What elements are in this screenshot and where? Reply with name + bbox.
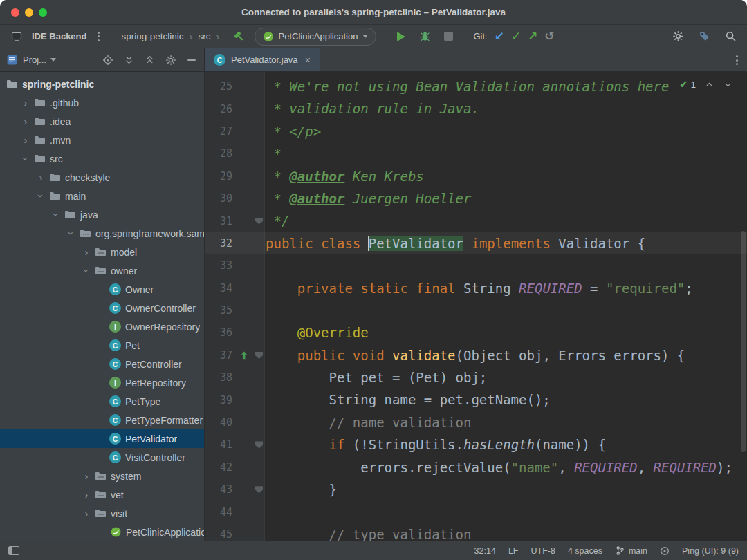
- project-panel-title[interactable]: Proj...: [23, 55, 46, 65]
- editor-line[interactable]: 37 public void validate(Object obj, Erro…: [205, 344, 747, 366]
- editor-line[interactable]: 27 * </p>: [205, 120, 747, 142]
- code-text[interactable]: String name = pet.getName();: [266, 389, 551, 411]
- line-number[interactable]: 33: [205, 259, 236, 272]
- expand-all-icon[interactable]: [123, 52, 135, 68]
- collapse-all-icon[interactable]: [144, 52, 156, 68]
- editor-line[interactable]: 42 errors.rejectValue("name", REQUIRED, …: [205, 456, 747, 478]
- tool-windows-icon[interactable]: [8, 546, 19, 555]
- tree-item-pettype[interactable]: CPetType: [0, 392, 204, 411]
- line-number[interactable]: 25: [205, 80, 236, 93]
- debug-button[interactable]: [416, 28, 433, 45]
- chevron-right-icon[interactable]: ›: [19, 135, 32, 145]
- code-text[interactable]: public class PetValidator implements Val…: [266, 232, 645, 254]
- code-text[interactable]: }: [266, 478, 337, 501]
- git-commit-icon[interactable]: ✓: [511, 30, 521, 42]
- line-number[interactable]: 35: [205, 304, 236, 317]
- file-encoding[interactable]: UTF-8: [531, 546, 555, 556]
- breadcrumb-src[interactable]: src: [199, 31, 211, 41]
- chevron-down-icon[interactable]: [50, 58, 56, 62]
- overrides-icon[interactable]: [236, 351, 252, 360]
- run-button[interactable]: [393, 28, 409, 45]
- tree-item-visitcontroller[interactable]: CVisitController: [0, 448, 204, 467]
- chevron-right-icon[interactable]: ›: [19, 97, 32, 108]
- line-number[interactable]: 38: [205, 371, 236, 384]
- chevron-down-icon[interactable]: ›: [82, 265, 92, 277]
- close-window-button[interactable]: [11, 8, 19, 17]
- chevron-down-icon[interactable]: ›: [66, 227, 77, 240]
- project-tool-icon[interactable]: [6, 52, 19, 68]
- code-text[interactable]: * @author Juergen Hoeller: [266, 187, 471, 209]
- line-number[interactable]: 27: [205, 125, 236, 138]
- next-problem-icon[interactable]: [722, 79, 733, 90]
- code-text[interactable]: * @author Ken Krebs: [266, 165, 424, 187]
- editor-line[interactable]: 34 private static final String REQUIRED …: [205, 277, 747, 299]
- tree-item-owner[interactable]: COwner: [0, 280, 204, 299]
- line-number[interactable]: 29: [205, 170, 236, 183]
- editor[interactable]: 25 * We're not using Bean Validation ann…: [205, 72, 747, 541]
- line-number[interactable]: 32: [205, 237, 236, 250]
- line-number[interactable]: 26: [205, 103, 236, 115]
- search-icon[interactable]: [722, 28, 739, 45]
- git-rollback-icon[interactable]: ↺: [544, 30, 554, 42]
- stop-button[interactable]: [440, 28, 456, 45]
- hide-panel-icon[interactable]: [186, 52, 197, 68]
- git-branch-widget[interactable]: main: [615, 545, 647, 556]
- close-tab-icon[interactable]: ×: [305, 55, 311, 65]
- code-text[interactable]: // name validation: [266, 411, 471, 433]
- chevron-right-icon[interactable]: ›: [80, 247, 93, 257]
- tree-item-spring-petclinic[interactable]: spring-petclinic: [0, 75, 204, 93]
- code-text[interactable]: * validation rule in Java.: [266, 97, 479, 120]
- tree-item--github[interactable]: ›.github: [0, 93, 204, 112]
- settings-gear-icon[interactable]: [670, 28, 686, 45]
- line-separator[interactable]: LF: [508, 546, 519, 556]
- editor-line[interactable]: 41 if (!StringUtils.hasLength(name)) {: [205, 433, 747, 456]
- tab-petvalidator-java[interactable]: C PetValidator.java ×: [205, 48, 320, 71]
- editor-line[interactable]: 45 // type validation: [205, 523, 747, 541]
- code-text[interactable]: * We're not using Bean Validation annota…: [266, 75, 669, 97]
- editor-line[interactable]: 30 * @author Juergen Hoeller: [205, 187, 747, 209]
- tree-item-owner[interactable]: ›owner: [0, 261, 204, 280]
- chevron-right-icon[interactable]: ›: [35, 172, 47, 183]
- code-text[interactable]: * </p>: [266, 120, 321, 142]
- fold-marker-icon[interactable]: [255, 352, 263, 359]
- code-text[interactable]: @Override: [266, 321, 369, 344]
- line-number[interactable]: 41: [205, 438, 236, 451]
- tree-item--idea[interactable]: ›.idea: [0, 112, 204, 131]
- line-number[interactable]: 45: [205, 528, 236, 541]
- line-number[interactable]: 30: [205, 192, 236, 205]
- code-text[interactable]: if (!StringUtils.hasLength(name)) {: [266, 433, 606, 456]
- code-text[interactable]: *: [266, 142, 282, 165]
- tree-item-vet[interactable]: ›vet: [0, 485, 204, 504]
- editor-line[interactable]: 25 * We're not using Bean Validation ann…: [205, 75, 747, 97]
- indent-style[interactable]: 4 spaces: [568, 546, 602, 556]
- tree-item-java[interactable]: ›java: [0, 205, 204, 224]
- editor-line[interactable]: 38 Pet pet = (Pet) obj;: [205, 366, 747, 389]
- chevron-right-icon[interactable]: ›: [80, 489, 93, 500]
- tree-item-ownerrepository[interactable]: IOwnerRepository: [0, 317, 204, 336]
- tree-item-checkstyle[interactable]: ›checkstyle: [0, 168, 204, 187]
- editor-line[interactable]: 29 * @author Ken Krebs: [205, 165, 747, 187]
- code-text[interactable]: */: [266, 209, 289, 232]
- editor-line[interactable]: 36 @Override: [205, 321, 747, 344]
- prev-problem-icon[interactable]: [703, 79, 714, 90]
- git-push-icon[interactable]: ↗: [528, 30, 537, 42]
- line-number[interactable]: 39: [205, 394, 236, 407]
- code-text[interactable]: errors.rejectValue("name", REQUIRED, REQ…: [266, 456, 732, 478]
- line-number[interactable]: 43: [205, 483, 236, 496]
- more-options-icon[interactable]: [93, 30, 103, 44]
- tree-item-pet[interactable]: CPet: [0, 336, 204, 355]
- fold-marker-icon[interactable]: [255, 486, 263, 493]
- editor-line[interactable]: 39 String name = pet.getName();: [205, 389, 747, 411]
- editor-line[interactable]: 33: [205, 254, 747, 277]
- fold-marker-icon[interactable]: [255, 218, 263, 225]
- tree-item-main[interactable]: ›main: [0, 187, 204, 205]
- editor-line[interactable]: 43 }: [205, 478, 747, 501]
- code-text[interactable]: // type validation: [266, 523, 471, 541]
- git-update-icon[interactable]: ↙: [495, 30, 504, 42]
- tree-item-model[interactable]: ›model: [0, 243, 204, 261]
- zoom-window-button[interactable]: [39, 8, 47, 17]
- line-number[interactable]: 28: [205, 147, 236, 160]
- editor-line[interactable]: 31 */: [205, 209, 747, 232]
- caret-position[interactable]: 32:14: [474, 546, 496, 556]
- code-text[interactable]: Pet pet = (Pet) obj;: [266, 366, 487, 389]
